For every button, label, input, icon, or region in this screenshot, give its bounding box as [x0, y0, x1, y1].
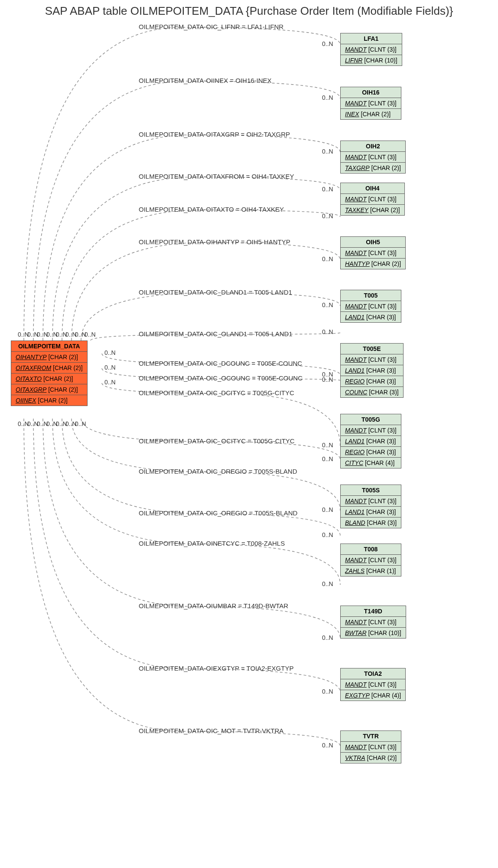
entity-header: TOIA2	[341, 668, 405, 679]
entity-field: MANDT [CLNT (3)]	[341, 194, 404, 205]
entity-oih16: OIH16MANDT [CLNT (3)]INEX [CHAR (2)]	[340, 87, 401, 120]
entity-oilmepoitem_data: OILMEPOITEM_DATAOIHANTYP [CHAR (2)]OITAX…	[11, 341, 88, 406]
entity-field: INEX [CHAR (2)]	[341, 109, 401, 119]
cardinality-left: 0..N	[104, 349, 116, 356]
relation-label: OILMEPOITEM_DATA-OITAXGRP = OIH2-TAXGRP	[139, 131, 290, 138]
entity-field: MANDT [CLNT (3)]	[341, 354, 403, 365]
cardinality-left: 0..N	[18, 420, 29, 427]
entity-field: ZAHLS [CHAR (1)]	[341, 566, 401, 576]
entity-header: T149D	[341, 606, 406, 617]
cardinality-right: 0..N	[322, 301, 333, 308]
relation-label: OILMEPOITEM_DATA-OIC_OLAND1 = T005-LAND1	[139, 330, 293, 337]
relation-label: OILMEPOITEM_DATA-OIC_OREGIO = T005S-BLAN…	[139, 509, 297, 517]
entity-field: MANDT [CLNT (3)]	[341, 98, 401, 109]
entity-field: EXGTYP [CHAR (4)]	[341, 690, 405, 701]
entity-header: OILMEPOITEM_DATA	[11, 341, 87, 352]
cardinality-right: 0..N	[322, 531, 333, 538]
cardinality-right: 0..N	[322, 688, 333, 695]
cardinality-right: 0..N	[322, 94, 333, 101]
cardinality-left: 0..N	[56, 420, 67, 427]
cardinality-right: 0..N	[322, 186, 333, 193]
cardinality-right: 0..N	[322, 213, 333, 219]
entity-field: MANDT [CLNT (3)]	[341, 425, 401, 436]
entity-header: OIH16	[341, 87, 401, 98]
entity-field: OIHANTYP [CHAR (2)]	[11, 352, 87, 363]
relation-label: OILMEPOITEM_DATA-OIEXGTYP = TOIA2-EXGTYP	[139, 665, 293, 672]
entity-lfa1: LFA1MANDT [CLNT (3)]LIFNR [CHAR (10)]	[340, 33, 402, 66]
cardinality-left: 0..N	[65, 420, 77, 427]
cardinality-left: 0..N	[37, 420, 48, 427]
diagram-title: SAP ABAP table OILMEPOITEM_DATA {Purchas…	[45, 4, 453, 18]
relation-label: OILMEPOITEM_DATA-OIUMBAR = T149D-BWTAR	[139, 602, 288, 609]
entity-field: MANDT [CLNT (3)]	[341, 496, 401, 507]
entity-field: OITAXGRP [CHAR (2)]	[11, 384, 87, 395]
relation-label: OILMEPOITEM_DATA-OITAXFROM = OIH4-TAXKEY	[139, 173, 294, 180]
relation-label: OILMEPOITEM_DATA-OIC_DCITYC = T005G-CITY…	[139, 389, 294, 396]
entity-oih4: OIH4MANDT [CLNT (3)]TAXKEY [CHAR (2)]	[340, 183, 405, 216]
entity-field: TAXGRP [CHAR (2)]	[341, 163, 405, 173]
entity-t005: T005MANDT [CLNT (3)]LAND1 [CHAR (3)]	[340, 290, 401, 323]
relation-label: OILMEPOITEM_DATA-OIC_DCOUNC = T005E-COUN…	[139, 360, 302, 367]
entity-header: OIH4	[341, 183, 404, 194]
relation-label: OILMEPOITEM_DATA-OIC_OCITYC = T005G-CITY…	[139, 437, 295, 445]
entity-header: TVTR	[341, 731, 401, 742]
entity-field: LAND1 [CHAR (3)]	[341, 436, 401, 447]
entity-header: T005	[341, 290, 401, 301]
relation-label: OILMEPOITEM_DATA-OINETCYC = T008-ZAHLS	[139, 540, 285, 547]
entity-field: LAND1 [CHAR (3)]	[341, 507, 401, 518]
entity-header: LFA1	[341, 33, 402, 44]
cardinality-left: 0..N	[85, 331, 96, 338]
entity-t005s: T005SMANDT [CLNT (3)]LAND1 [CHAR (3)]BLA…	[340, 485, 401, 528]
entity-field: CITYC [CHAR (4)]	[341, 458, 401, 468]
entity-field: MANDT [CLNT (3)]	[341, 248, 405, 259]
cardinality-left: 0..N	[104, 364, 116, 371]
entity-field: OITAXTO [CHAR (2)]	[11, 373, 87, 384]
entity-field: TAXKEY [CHAR (2)]	[341, 205, 404, 215]
entity-header: OIH5	[341, 237, 405, 248]
relation-label: OILMEPOITEM_DATA-OIC_MOT = TVTR-VKTRA	[139, 727, 283, 734]
cardinality-right: 0..N	[322, 455, 333, 462]
entity-t149d: T149DMANDT [CLNT (3)]BWTAR [CHAR (10)]	[340, 606, 406, 639]
entity-field: MANDT [CLNT (3)]	[341, 152, 405, 163]
cardinality-left: 0..N	[75, 420, 86, 427]
entity-field: BWTAR [CHAR (10)]	[341, 628, 406, 638]
cardinality-right: 0..N	[322, 40, 333, 47]
relation-label: OILMEPOITEM_DATA-OIC_DLAND1 = T005-LAND1	[139, 288, 292, 296]
entity-field: MANDT [CLNT (3)]	[341, 679, 405, 690]
cardinality-right: 0..N	[322, 328, 333, 335]
cardinality-left: 0..N	[27, 420, 39, 427]
cardinality-right: 0..N	[322, 255, 333, 262]
entity-oih5: OIH5MANDT [CLNT (3)]HANTYP [CHAR (2)]	[340, 236, 406, 269]
relation-label: OILMEPOITEM_DATA-OIC_LIFNR = LFA1-LIFNR	[139, 23, 283, 30]
entity-header: T005G	[341, 414, 401, 425]
entity-field: LIFNR [CHAR (10)]	[341, 55, 402, 66]
entity-field: MANDT [CLNT (3)]	[341, 742, 401, 753]
entity-tvtr: TVTRMANDT [CLNT (3)]VKTRA [CHAR (2)]	[340, 730, 401, 763]
entity-field: VKTRA [CHAR (2)]	[341, 753, 401, 763]
cardinality-right: 0..N	[322, 148, 333, 155]
entity-oih2: OIH2MANDT [CLNT (3)]TAXGRP [CHAR (2)]	[340, 141, 406, 174]
relation-label: OILMEPOITEM_DATA-OIHANTYP = OIH5-HANTYP	[139, 238, 290, 246]
entity-field: COUNC [CHAR (3)]	[341, 387, 403, 397]
relation-label: OILMEPOITEM_DATA-OIC_DREGIO = T005S-BLAN…	[139, 468, 297, 475]
cardinality-left: 0..N	[104, 379, 116, 386]
entity-t008: T008MANDT [CLNT (3)]ZAHLS [CHAR (1)]	[340, 544, 401, 576]
entity-t005e: T005EMANDT [CLNT (3)]LAND1 [CHAR (3)]REG…	[340, 343, 404, 398]
entity-field: OITAXFROM [CHAR (2)]	[11, 363, 87, 373]
cardinality-right: 0..N	[322, 742, 333, 749]
entity-field: MANDT [CLNT (3)]	[341, 44, 402, 55]
relation-label: OILMEPOITEM_DATA-OIINEX = OIH16-INEX	[139, 77, 272, 84]
entity-field: BLAND [CHAR (3)]	[341, 518, 401, 528]
entity-field: HANTYP [CHAR (2)]	[341, 259, 405, 269]
cardinality-right: 0..N	[322, 634, 333, 641]
entity-field: LAND1 [CHAR (3)]	[341, 312, 401, 322]
cardinality-left: 0..N	[46, 420, 58, 427]
entity-field: REGIO [CHAR (3)]	[341, 447, 401, 458]
entity-header: OIH2	[341, 141, 405, 152]
entity-header: T005S	[341, 485, 401, 496]
relation-label: OILMEPOITEM_DATA-OITAXTO = OIH4-TAXKEY	[139, 206, 284, 213]
entity-field: REGIO [CHAR (3)]	[341, 376, 403, 387]
entity-field: MANDT [CLNT (3)]	[341, 301, 401, 312]
entity-t005g: T005GMANDT [CLNT (3)]LAND1 [CHAR (3)]REG…	[340, 414, 401, 468]
relation-label: OILMEPOITEM_DATA-OIC_OCOUNC = T005E-COUN…	[139, 374, 303, 382]
